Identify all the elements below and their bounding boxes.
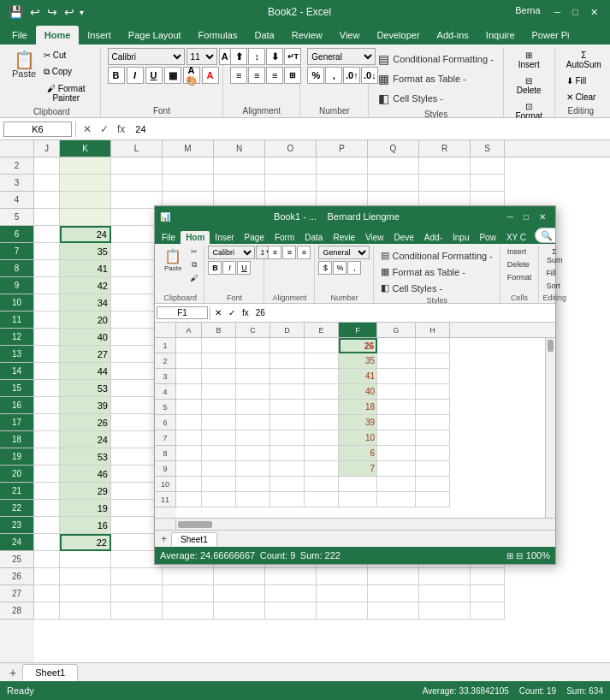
align-left-button[interactable]: ≡ xyxy=(230,67,247,84)
inner-delete-button[interactable]: Delete xyxy=(504,258,533,270)
tab-developer[interactable]: Developer xyxy=(368,26,428,44)
cell-j2[interactable] xyxy=(34,157,60,175)
percent-button[interactable]: % xyxy=(307,67,324,84)
inner-bold-button[interactable]: B xyxy=(208,261,222,275)
inner-tab-pow[interactable]: Pow xyxy=(474,231,500,244)
cell-l2[interactable] xyxy=(111,157,163,175)
inner-add-sheet-button[interactable]: + xyxy=(157,531,171,547)
outer-name-box[interactable] xyxy=(3,122,72,137)
tell-me-box[interactable]: 🔍 Tell me xyxy=(535,228,555,243)
increase-decimal-button[interactable]: .0↑ xyxy=(343,67,360,84)
insert-cells-button[interactable]: ⊞ Insert xyxy=(511,48,548,72)
cell-m2[interactable] xyxy=(163,157,214,175)
format-painter-button[interactable]: 🖌 Format Painter xyxy=(39,81,93,105)
inner-align-center-button[interactable]: ≡ xyxy=(282,246,296,259)
redo-icon[interactable]: ↪ xyxy=(45,3,59,21)
tab-home[interactable]: Home xyxy=(36,26,80,44)
cell-s2[interactable] xyxy=(471,157,505,175)
close-button[interactable]: ✕ xyxy=(585,5,603,20)
inner-formula-input[interactable] xyxy=(253,307,554,318)
tab-review[interactable]: Review xyxy=(283,26,331,44)
cell-o2[interactable] xyxy=(265,157,317,175)
fill-color-button[interactable]: A🎨 xyxy=(183,67,200,84)
inner-minimize-button[interactable]: ─ xyxy=(503,211,518,222)
inner-fill-button[interactable]: Fill xyxy=(542,267,560,279)
inner-sheet-tab-sheet1[interactable]: Sheet1 xyxy=(171,532,217,546)
inner-insert-function-button[interactable]: fx xyxy=(240,307,252,318)
merge-button[interactable]: ⊞ xyxy=(284,67,301,84)
underline-button[interactable]: U xyxy=(145,67,163,84)
inner-tab-page[interactable]: Page xyxy=(240,231,269,244)
font-size-select[interactable]: 11 xyxy=(187,48,217,65)
inner-copy-button[interactable]: ⧉ xyxy=(187,258,200,271)
inner-number-format-select[interactable]: General xyxy=(318,246,370,259)
inner-maximize-button[interactable]: □ xyxy=(519,211,533,222)
outer-sheet-tab[interactable]: Sheet1 xyxy=(22,664,78,681)
paste-button[interactable]: 📋 Paste xyxy=(10,48,38,82)
cell-styles-button[interactable]: ◧ Cell Styles - xyxy=(374,89,447,108)
wrap-text-button[interactable]: ↵T xyxy=(284,48,301,65)
inner-tab-inpu[interactable]: Inpu xyxy=(447,231,474,244)
align-bottom-button[interactable]: ⬇ xyxy=(266,48,283,65)
inner-percent-button[interactable]: % xyxy=(333,261,346,275)
outer-formula-input[interactable] xyxy=(132,122,607,136)
inner-underline-button[interactable]: U xyxy=(237,261,251,275)
inner-scrollbar-h[interactable] xyxy=(176,519,555,530)
bold-button[interactable]: B xyxy=(108,67,125,84)
inner-autosum-button[interactable]: Σ Sum xyxy=(542,246,566,266)
save-icon[interactable]: 💾 xyxy=(7,3,25,21)
inner-tab-xyc[interactable]: XY C xyxy=(501,231,531,244)
inner-tab-data[interactable]: Data xyxy=(299,231,328,244)
inner-tab-dev[interactable]: Deve xyxy=(389,231,419,244)
format-as-table-button[interactable]: ▦ Format as Table - xyxy=(374,69,470,88)
inner-cancel-formula-button[interactable]: ✕ xyxy=(212,307,224,318)
tab-insert[interactable]: Insert xyxy=(79,26,120,44)
cancel-formula-button[interactable]: ✕ xyxy=(80,122,95,136)
cell-p2[interactable] xyxy=(317,157,368,175)
inner-name-box[interactable] xyxy=(157,306,208,319)
inner-tab-form[interactable]: Form xyxy=(269,231,299,244)
align-center-button[interactable]: ≡ xyxy=(248,67,265,84)
clear-button[interactable]: ✕ Clear xyxy=(562,90,601,104)
copy-button[interactable]: ⧉ Copy xyxy=(39,64,93,80)
inner-format-as-table-button[interactable]: ▦ Format as Table - xyxy=(377,264,495,280)
tab-data[interactable]: Data xyxy=(246,26,282,44)
number-format-select[interactable]: General xyxy=(307,48,376,65)
inner-format-button[interactable]: Format xyxy=(504,271,536,283)
inner-paste-button[interactable]: 📋 Paste xyxy=(160,246,186,275)
inner-tab-view[interactable]: View xyxy=(360,231,389,244)
fill-button[interactable]: ⬇ Fill xyxy=(562,74,591,88)
inner-tab-insert[interactable]: Inser xyxy=(210,231,239,244)
tab-page-layout[interactable]: Page Layout xyxy=(120,26,190,44)
cell-k6[interactable]: 24 xyxy=(60,226,111,243)
inner-scroll-h-thumb[interactable] xyxy=(178,521,212,528)
italic-button[interactable]: I xyxy=(127,67,144,84)
inner-tab-review[interactable]: Revie xyxy=(328,231,360,244)
enter-formula-button[interactable]: ✓ xyxy=(97,122,112,136)
cell-n2[interactable] xyxy=(214,157,265,175)
tab-view[interactable]: View xyxy=(331,26,369,44)
delete-cells-button[interactable]: ⊟ Delete xyxy=(511,74,548,98)
inner-italic-button[interactable]: I xyxy=(222,261,236,275)
font-color-button[interactable]: A xyxy=(202,67,219,84)
inner-sort-button[interactable]: Sort xyxy=(542,280,564,292)
add-sheet-button[interactable]: + xyxy=(3,663,22,682)
conditional-formatting-button[interactable]: ▤ Conditional Formatting - xyxy=(374,50,497,68)
inner-tab-addins[interactable]: Add- xyxy=(419,231,447,244)
cell-q2[interactable] xyxy=(368,157,419,175)
autosum-button[interactable]: Σ AutoSum xyxy=(562,48,606,72)
insert-function-button[interactable]: fx xyxy=(114,122,128,136)
inner-cut-button[interactable]: ✂ xyxy=(187,246,200,258)
inner-close-button[interactable]: ✕ xyxy=(535,211,550,222)
maximize-button[interactable]: □ xyxy=(567,5,583,20)
undo2-icon[interactable]: ↩ xyxy=(62,3,76,21)
minimize-button[interactable]: ─ xyxy=(549,5,566,20)
border-button[interactable]: ▦ xyxy=(164,67,181,84)
inner-comma-button[interactable]: , xyxy=(347,261,361,275)
inner-cell-styles-button[interactable]: ◧ Cell Styles - xyxy=(377,280,495,296)
tab-power-pi[interactable]: Power Pi xyxy=(524,26,578,44)
cut-button[interactable]: ✂ Cut xyxy=(39,48,93,62)
tab-inquire[interactable]: Inquire xyxy=(477,26,524,44)
inner-format-painter-button[interactable]: 🖌 xyxy=(187,272,200,284)
tab-addins[interactable]: Add-ins xyxy=(429,26,477,44)
